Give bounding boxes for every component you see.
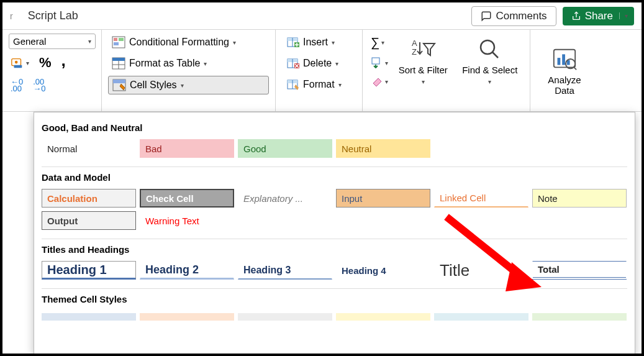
format-button[interactable]: Format ▾: [282, 76, 356, 93]
conditional-formatting-label: Conditional Formatting: [129, 37, 229, 48]
chevron-down-icon: ▾: [233, 39, 236, 46]
svg-rect-30: [562, 54, 565, 65]
svg-rect-12: [113, 80, 125, 83]
number-group: General ▾ ▾ % , ←0.00 .00→0: [2, 30, 102, 111]
style-normal[interactable]: Normal: [42, 139, 136, 158]
svg-rect-6: [114, 42, 119, 45]
accounting-format-button[interactable]: ▾: [9, 55, 31, 71]
svg-rect-4: [114, 38, 117, 41]
clear-button[interactable]: ▾: [369, 74, 390, 89]
increase-decimal-icon: ←0.00: [11, 78, 23, 92]
sort-filter-label: Sort & Filter ▾: [396, 65, 450, 86]
style-linked-cell[interactable]: Linked Cell: [434, 189, 528, 208]
themed-swatch-6[interactable]: [532, 313, 627, 321]
style-heading-4[interactable]: Heading 4: [336, 261, 430, 280]
chevron-down-icon: ▾: [385, 60, 388, 66]
format-as-table-button[interactable]: Format as Table ▾: [108, 55, 269, 72]
number-format-label: General: [13, 36, 46, 47]
cell-styles-button[interactable]: Cell Styles ▾: [108, 76, 269, 94]
chevron-down-icon: ▾: [88, 38, 91, 45]
chevron-down-icon: ▾: [381, 39, 384, 46]
style-note[interactable]: Note: [532, 189, 627, 208]
title-bar: r Script Lab Comments Share ▾: [2, 2, 642, 30]
delete-cells-icon: [286, 57, 299, 70]
conditional-formatting-button[interactable]: Conditional Formatting ▾: [108, 34, 269, 51]
chevron-down-icon: ▾: [332, 39, 335, 46]
chevron-down-icon[interactable]: ▾: [619, 12, 628, 19]
style-bad[interactable]: Bad: [140, 139, 234, 158]
themed-swatch-3[interactable]: [238, 313, 332, 321]
share-label: Share: [585, 10, 613, 22]
increase-decimal-button[interactable]: ←0.00: [9, 76, 25, 94]
search-icon: [478, 37, 502, 61]
fill-button[interactable]: ▾: [369, 55, 390, 70]
find-select-button[interactable]: Find & Select ▾: [456, 34, 524, 107]
comments-button[interactable]: Comments: [471, 6, 556, 26]
decrease-decimal-icon: .00→0: [33, 78, 45, 92]
ribbon-tab-scriptlab[interactable]: Script Lab: [28, 9, 78, 22]
svg-rect-8: [112, 58, 125, 61]
comma-icon: ,: [61, 57, 66, 64]
svg-rect-5: [119, 38, 124, 41]
find-select-label: Find & Select ▾: [460, 65, 520, 86]
cell-styles-label: Cell Styles: [130, 80, 177, 91]
chevron-down-icon: ▾: [204, 60, 207, 67]
styles-group: Conditional Formatting ▾ Format as Table…: [102, 30, 276, 111]
analyze-data-button[interactable]: Analyze Data: [537, 43, 592, 98]
format-cells-icon: [286, 78, 299, 91]
insert-label: Insert: [303, 37, 328, 48]
style-check-cell[interactable]: Check Cell: [140, 189, 234, 208]
themed-swatch-1[interactable]: [42, 313, 136, 321]
ribbon: General ▾ ▾ % , ←0.00 .00→0: [2, 30, 642, 112]
style-title[interactable]: Title: [434, 261, 528, 280]
chevron-down-icon: ▾: [338, 81, 342, 88]
sort-filter-button[interactable]: AZ Sort & Filter ▾: [392, 34, 454, 107]
style-warning-text[interactable]: Warning Text: [140, 211, 234, 230]
style-output[interactable]: Output: [42, 211, 136, 230]
eraser-icon: [371, 76, 383, 87]
insert-cells-icon: [286, 36, 299, 48]
chevron-down-icon: ▾: [181, 82, 184, 89]
style-heading-1[interactable]: Heading 1: [42, 261, 136, 280]
themed-swatch-2[interactable]: [140, 313, 234, 321]
svg-point-27: [481, 40, 494, 54]
sigma-icon: ∑: [371, 35, 379, 50]
editing-group: ∑ ▾ ▾ ▾ AZ Sort & Filter ▾ Find & Select…: [363, 30, 530, 111]
comments-label: Comments: [496, 10, 546, 22]
analyze-data-icon: [551, 47, 578, 71]
analyze-data-label: Analyze Data: [540, 75, 589, 96]
autosum-button[interactable]: ∑ ▾: [369, 34, 390, 52]
chevron-down-icon: ▾: [385, 78, 388, 85]
insert-button[interactable]: Insert ▾: [282, 34, 356, 51]
percent-icon: %: [39, 55, 52, 71]
number-format-dropdown[interactable]: General ▾: [9, 34, 96, 49]
delete-button[interactable]: Delete ▾: [282, 55, 356, 72]
decrease-decimal-button[interactable]: .00→0: [31, 76, 47, 94]
themed-swatch-4[interactable]: [336, 313, 430, 321]
section-data-model: Data and Model: [39, 167, 630, 189]
svg-rect-2: [14, 65, 22, 68]
section-themed-cell-styles: Themed Cell Styles: [39, 289, 630, 311]
style-input[interactable]: Input: [336, 189, 430, 208]
share-icon: [571, 11, 581, 21]
currency-icon: [11, 57, 24, 69]
format-label: Format: [303, 79, 335, 90]
percent-button[interactable]: %: [37, 53, 53, 73]
delete-label: Delete: [303, 58, 332, 69]
themed-swatch-5[interactable]: [434, 313, 528, 321]
sort-filter-icon: AZ: [410, 37, 436, 61]
section-titles-headings: Titles and Headings: [39, 239, 630, 261]
style-calculation[interactable]: Calculation: [42, 189, 136, 208]
analyze-group: Analyze Data: [530, 30, 599, 111]
cell-styles-gallery: Good, Bad and Neutral Normal Bad Good Ne…: [34, 112, 635, 354]
table-icon: [112, 57, 125, 70]
svg-rect-24: [372, 58, 379, 64]
style-explanatory[interactable]: Explanatory ...: [238, 189, 332, 208]
style-total[interactable]: Total: [532, 261, 627, 280]
style-heading-3[interactable]: Heading 3: [238, 261, 332, 280]
style-good[interactable]: Good: [238, 139, 332, 158]
comma-style-button[interactable]: ,: [60, 57, 68, 68]
style-neutral[interactable]: Neutral: [336, 139, 430, 158]
style-heading-2[interactable]: Heading 2: [140, 261, 234, 280]
share-button[interactable]: Share ▾: [563, 7, 634, 25]
